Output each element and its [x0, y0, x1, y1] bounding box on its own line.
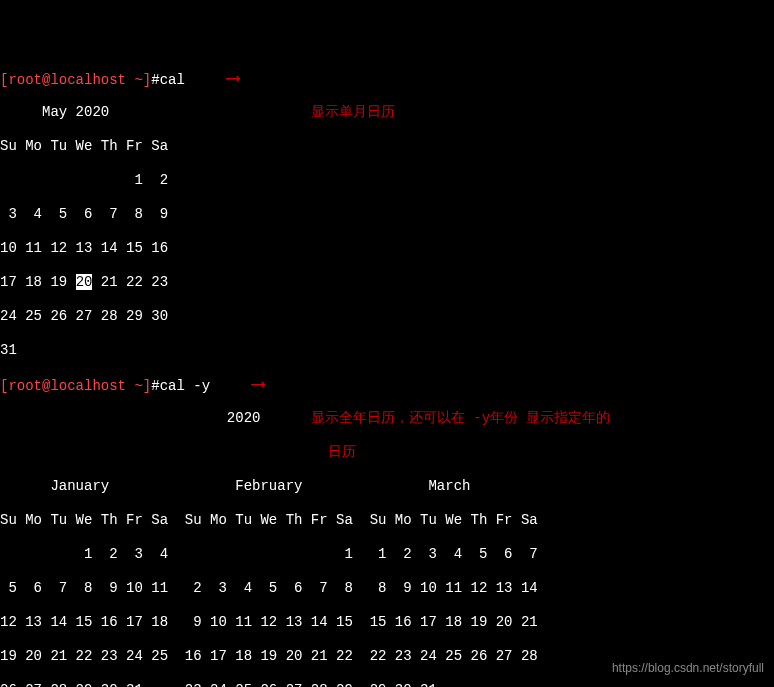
prompt-hash: # [151, 378, 159, 394]
prompt-line-1[interactable]: [root@localhost ~]#cal ⟶ [0, 70, 774, 87]
arrow-icon: ⟶ [252, 376, 264, 393]
prompt-user: [root@localhost ~] [0, 378, 151, 394]
today-highlight: 20 [76, 274, 93, 290]
cal-row: 31 [0, 342, 774, 359]
command-cal-y: cal -y [160, 378, 210, 394]
annotation-line-2: 日历 [0, 444, 774, 461]
cal-row: 12 13 14 15 16 17 18 9 10 11 12 13 14 15… [0, 614, 774, 631]
year-title-line: 2020 显示全年日历，还可以在 -y年份 显示指定年的 [0, 410, 774, 427]
cal-row: 5 6 7 8 9 10 11 2 3 4 5 6 7 8 8 9 10 11 … [0, 580, 774, 597]
prompt-line-2[interactable]: [root@localhost ~]#cal -y ⟶ [0, 376, 774, 393]
arrow-icon: ⟶ [227, 70, 239, 87]
cal-row: 3 4 5 6 7 8 9 [0, 206, 774, 223]
prompt-user: [root@localhost ~] [0, 72, 151, 88]
cal-row: 1 2 [0, 172, 774, 189]
month-names-row1: January February March [0, 478, 774, 495]
annotation-single-month: 显示单月日历 [311, 104, 395, 120]
cal-row: 1 2 3 4 1 1 2 3 4 5 6 7 [0, 546, 774, 563]
cal-row: 24 25 26 27 28 29 30 [0, 308, 774, 325]
cal-row: 10 11 12 13 14 15 16 [0, 240, 774, 257]
month-title: May 2020 显示单月日历 [0, 104, 774, 121]
annotation-year: 显示全年日历，还可以在 -y年份 显示指定年的 [311, 410, 611, 426]
weekday-headers-row1: Su Mo Tu We Th Fr Sa Su Mo Tu We Th Fr S… [0, 512, 774, 529]
prompt-hash: # [151, 72, 159, 88]
weekday-header: Su Mo Tu We Th Fr Sa [0, 138, 774, 155]
annotation-year-2: 日历 [328, 444, 356, 460]
cal-row-highlight: 17 18 19 20 21 22 23 [0, 274, 774, 291]
cal-row: 26 27 28 29 30 31 23 24 25 26 27 28 29 2… [0, 682, 774, 687]
command-cal: cal [160, 72, 185, 88]
watermark: https://blog.csdn.net/storyfull [612, 660, 764, 677]
